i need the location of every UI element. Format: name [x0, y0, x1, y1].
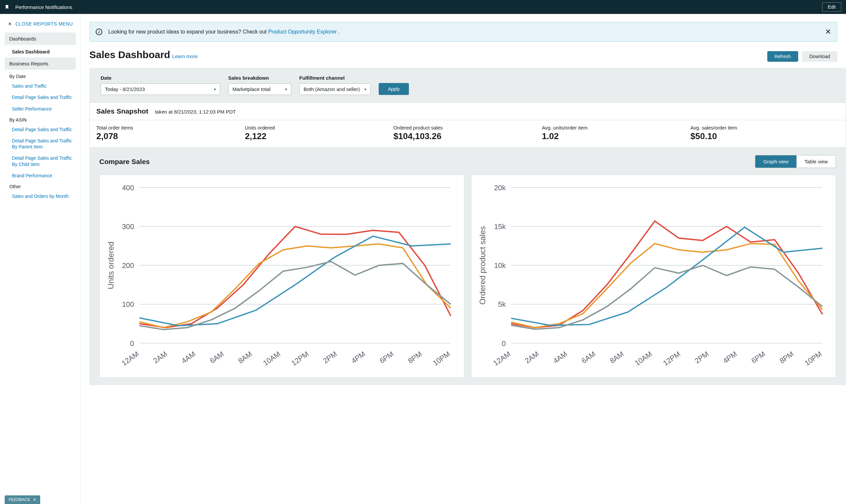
svg-text:20k: 20k: [494, 184, 506, 192]
svg-text:10PM: 10PM: [803, 349, 824, 367]
metric-ordered-sales: Ordered product sales $104,103.26: [393, 125, 542, 141]
info-banner: i Looking for new product ideas to expan…: [89, 22, 838, 42]
filter-panel: Date Today - 8/21/2023 ▾ Sales breakdown…: [89, 68, 846, 102]
banner-link[interactable]: Product Opportunity Explorer: [268, 29, 336, 35]
chart-units-ordered: 010020030040012AM2AM4AM6AM8AM10AM12PM2PM…: [99, 175, 464, 378]
refresh-button[interactable]: Refresh: [767, 51, 798, 62]
table-view-button[interactable]: Table view: [796, 156, 836, 168]
svg-text:300: 300: [122, 222, 134, 231]
metric-value: 1.02: [542, 131, 690, 141]
sidebar-item-detail-page-sales[interactable]: Detail Page Sales and Traffic: [0, 92, 81, 103]
metric-avg-units: Avg. units/order item 1.02: [542, 125, 690, 141]
metric-label: Avg. units/order item: [542, 125, 690, 130]
filter-label-date: Date: [101, 75, 220, 81]
metric-label: Ordered product sales: [393, 125, 542, 130]
metric-label: Units ordered: [245, 125, 393, 130]
info-icon: i: [96, 29, 102, 35]
chart-svg: 05k10k15k20k12AM2AM4AM6AM8AM10AM12PM2PM4…: [475, 181, 832, 373]
bookmark-icon[interactable]: [5, 5, 9, 9]
sidebar-item-sales-dashboard[interactable]: Sales Dashboard: [0, 46, 81, 57]
main: i Looking for new product ideas to expan…: [81, 14, 846, 504]
snapshot-title: Sales Snapshot: [96, 107, 148, 115]
apply-button[interactable]: Apply: [378, 83, 409, 95]
svg-text:12PM: 12PM: [290, 349, 310, 367]
download-button[interactable]: Download: [802, 51, 838, 62]
compare-sales: Compare Sales Graph view Table view 0100…: [89, 148, 846, 385]
topbar-title: Performance Notifications: [15, 4, 72, 10]
svg-text:4PM: 4PM: [350, 349, 367, 365]
banner-close-icon[interactable]: ✕: [825, 28, 831, 36]
sidebar-item-brand-performance[interactable]: Brand Performance: [0, 170, 81, 181]
svg-text:10PM: 10PM: [431, 349, 452, 367]
page-title: Sales Dashboard: [89, 49, 170, 60]
svg-text:400: 400: [122, 184, 134, 192]
graph-view-button[interactable]: Graph view: [755, 156, 796, 168]
sales-snapshot: Sales Snapshot taken at 8/21/2023, 1:12:…: [89, 102, 846, 148]
metric-value: 2,122: [245, 131, 393, 141]
svg-text:0: 0: [502, 339, 506, 348]
svg-text:0: 0: [130, 339, 134, 348]
svg-text:10AM: 10AM: [633, 349, 653, 367]
sidebar-sub-other: Other: [0, 181, 81, 191]
svg-text:10AM: 10AM: [261, 349, 282, 367]
svg-text:2AM: 2AM: [524, 349, 541, 365]
edit-button[interactable]: Edit: [822, 2, 841, 12]
svg-text:12AM: 12AM: [492, 349, 512, 367]
metric-avg-sales: Avg. sales/order item $50.10: [690, 125, 839, 141]
sidebar-sub-by-asin: By ASIN: [0, 114, 81, 124]
svg-text:6PM: 6PM: [378, 349, 395, 365]
svg-text:200: 200: [122, 261, 134, 270]
channel-value: Both (Amazon and seller): [304, 86, 360, 92]
svg-text:5k: 5k: [498, 300, 506, 308]
svg-text:Ordered product sales: Ordered product sales: [478, 226, 487, 305]
filter-label-channel: Fulfillment channel: [299, 75, 371, 81]
chart-ordered-product-sales: 05k10k15k20k12AM2AM4AM6AM8AM10AM12PM2PM4…: [471, 175, 836, 378]
chevron-down-icon: ▾: [214, 87, 216, 92]
svg-text:8PM: 8PM: [406, 349, 423, 365]
svg-text:12PM: 12PM: [662, 349, 682, 367]
svg-text:6PM: 6PM: [750, 349, 766, 365]
svg-text:Units ordered: Units ordered: [106, 241, 115, 289]
svg-text:15k: 15k: [494, 222, 506, 231]
breakdown-value: Marketplace total: [232, 86, 270, 92]
metrics-row: Total order items 2,078 Units ordered 2,…: [90, 120, 846, 147]
close-icon: ✕: [8, 21, 12, 26]
channel-select[interactable]: Both (Amazon and seller) ▾: [299, 83, 371, 95]
sidebar-item-asin-parent[interactable]: Detail Page Sales and Traffic By Parent …: [0, 135, 81, 152]
date-value: Today - 8/21/2023: [105, 86, 145, 92]
feedback-button[interactable]: FEEDBACK ✕: [5, 496, 40, 504]
banner-post: .: [337, 29, 340, 35]
sidebar-header-business-reports: Business Reports: [5, 57, 76, 70]
close-icon: ✕: [33, 497, 36, 502]
date-select[interactable]: Today - 8/21/2023 ▾: [101, 83, 220, 95]
sidebar-item-sales-traffic[interactable]: Sales and Traffic: [0, 80, 81, 92]
sidebar-item-seller-performance[interactable]: Seller Performance: [0, 103, 81, 114]
filter-label-breakdown: Sales breakdown: [228, 75, 291, 81]
sidebar-item-asin-child[interactable]: Detail Page Sales and Traffic By Child I…: [0, 152, 81, 170]
svg-text:8AM: 8AM: [608, 349, 625, 365]
svg-text:4AM: 4AM: [552, 349, 569, 365]
compare-title: Compare Sales: [99, 158, 150, 166]
sidebar-item-asin-detail[interactable]: Detail Page Sales and Traffic: [0, 124, 81, 135]
metric-value: 2,078: [96, 131, 245, 141]
snapshot-timestamp: taken at 8/21/2023, 1:12:03 PM PDT: [155, 109, 236, 114]
svg-text:4PM: 4PM: [721, 349, 738, 365]
learn-more-link[interactable]: Learn more: [172, 53, 198, 59]
svg-text:8AM: 8AM: [236, 349, 253, 365]
metric-label: Total order items: [96, 125, 245, 130]
svg-text:6AM: 6AM: [580, 349, 597, 365]
svg-text:4AM: 4AM: [180, 349, 197, 365]
chevron-down-icon: ▾: [285, 87, 287, 92]
svg-text:100: 100: [122, 300, 134, 308]
sidebar: ✕ CLOSE REPORTS MENU Dashboards Sales Da…: [0, 14, 81, 504]
breakdown-select[interactable]: Marketplace total ▾: [228, 83, 291, 95]
sidebar-item-sales-orders-month[interactable]: Sales and Orders by Month: [0, 191, 81, 202]
metric-value: $104,103.26: [393, 131, 542, 141]
sidebar-sub-by-date: By Date: [0, 71, 81, 80]
svg-text:8PM: 8PM: [778, 349, 795, 365]
close-reports-menu[interactable]: ✕ CLOSE REPORTS MENU: [0, 21, 81, 33]
banner-text: Looking for new product ideas to expand …: [108, 29, 339, 35]
svg-text:6AM: 6AM: [208, 349, 225, 365]
view-toggle: Graph view Table view: [755, 155, 836, 168]
feedback-label: FEEDBACK: [8, 497, 30, 502]
